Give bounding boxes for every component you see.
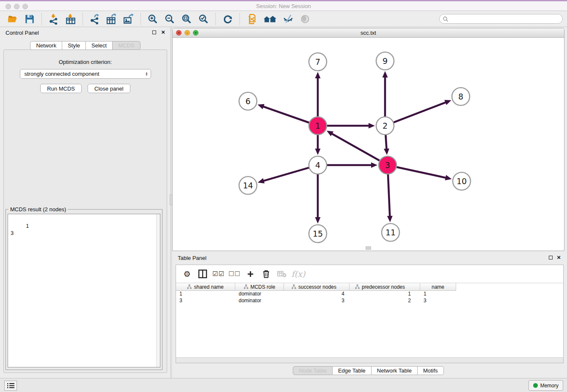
control-panel-header: Control Panel ×	[0, 27, 171, 39]
graph-node-label: 10	[457, 177, 467, 186]
tab-select[interactable]: Select	[86, 41, 113, 50]
float-panel-icon[interactable]	[549, 256, 553, 259]
control-panel-title: Control Panel	[6, 30, 39, 36]
table-row[interactable]: 3dominator323	[176, 298, 563, 304]
canvas-resize-grip[interactable]	[366, 246, 371, 250]
zoom-out-icon[interactable]	[163, 13, 176, 25]
control-panel: Control Panel × NetworkStyleSelectMCDS O…	[0, 27, 171, 378]
network-view-window: ✕ − + scc.txt 7968124314101511	[172, 28, 564, 251]
column-type-icon	[355, 284, 360, 289]
tab-motifs[interactable]: Motifs	[418, 366, 444, 375]
network-window-titlebar[interactable]: ✕ − + scc.txt	[173, 28, 564, 38]
memory-button[interactable]: Memory	[528, 380, 563, 391]
graph-edge-3-10[interactable]	[396, 167, 446, 178]
import-table-icon[interactable]	[64, 13, 77, 25]
column-header-successor-nodes[interactable]: successor nodes	[284, 283, 350, 291]
column-header-MCDS-role[interactable]: MCDS role	[235, 283, 284, 291]
graph-edge-4-14[interactable]	[263, 168, 309, 181]
edge-arrowhead	[387, 216, 393, 222]
optimization-criterion-select[interactable]: strongly connected component ▲▼	[20, 69, 151, 79]
network-graph[interactable]: 7968124314101511	[173, 38, 564, 251]
run-mcds-button[interactable]: Run MCDS	[40, 84, 82, 93]
graph-node-label: 6	[245, 97, 250, 106]
edge-arrowhead	[258, 104, 264, 109]
delete-column-icon[interactable]	[260, 268, 272, 280]
hide-graphics-details-icon[interactable]	[282, 13, 295, 25]
node-table: ⚙ ☑☑ ☐☐ + f(x) shared nameMCDS rolesucce…	[176, 265, 564, 363]
graph-edge-1-6[interactable]	[263, 106, 309, 123]
table-cell: 3	[420, 298, 456, 304]
graph-node-label: 9	[383, 56, 388, 66]
zoom-in-icon[interactable]	[146, 13, 159, 25]
export-image-icon[interactable]	[122, 13, 135, 25]
graph-node-label: 4	[315, 160, 320, 170]
refresh-icon[interactable]	[221, 13, 234, 25]
add-column-icon[interactable]: +	[245, 268, 256, 280]
application-window: Session: New Session	[0, 0, 567, 392]
edge-arrowhead	[384, 149, 389, 155]
column-header-name[interactable]: name	[420, 283, 456, 291]
table-cell: 2	[350, 298, 420, 304]
graph-edge-2-8[interactable]	[394, 102, 446, 122]
result-scrollbar[interactable]	[156, 214, 160, 367]
search-icon	[443, 16, 449, 22]
tab-style[interactable]: Style	[62, 41, 86, 50]
edge-arrowhead	[369, 123, 375, 129]
close-panel-icon[interactable]: ×	[557, 254, 561, 261]
tab-edge-table[interactable]: Edge Table	[333, 366, 372, 375]
table-panel: Table Panel × ⚙ ☑☑ ☐☐ + f(x) s	[172, 252, 564, 377]
network-canvas[interactable]: 7968124314101511	[173, 38, 564, 251]
show-view-icon[interactable]	[299, 13, 311, 25]
memory-label: Memory	[540, 383, 559, 389]
clone-network-view-icon[interactable]	[245, 13, 258, 25]
zoom-selected-icon[interactable]	[197, 13, 210, 25]
tab-mcds[interactable]: MCDS	[113, 41, 140, 50]
open-session-icon[interactable]	[6, 13, 19, 25]
tab-network[interactable]: Network	[30, 41, 62, 50]
edge-arrowhead	[315, 149, 321, 155]
table-tabs: Node TableEdge TableNetwork TableMotifs	[172, 366, 564, 375]
export-network-icon[interactable]	[88, 13, 101, 25]
save-session-icon[interactable]	[23, 13, 36, 25]
deselect-all-rows-icon[interactable]: ☐☐	[228, 268, 241, 280]
function-builder-icon: f(x)	[292, 268, 306, 280]
main-toolbar	[0, 11, 567, 27]
float-panel-icon[interactable]	[152, 30, 156, 34]
graph-edge-3-11[interactable]	[388, 174, 390, 217]
search-box	[439, 14, 563, 24]
table-settings-icon[interactable]: ⚙	[181, 268, 193, 280]
mcds-result-list[interactable]: 1 3	[8, 214, 160, 367]
search-input[interactable]	[449, 15, 562, 23]
column-type-icon	[244, 284, 248, 289]
close-panel-button[interactable]: Close panel	[88, 84, 130, 93]
toolbar-separator	[239, 13, 240, 25]
edge-arrowhead	[315, 217, 321, 224]
import-network-icon[interactable]	[47, 13, 60, 25]
graph-node-label: 3	[385, 160, 390, 170]
table-cell: 3	[284, 298, 350, 304]
column-header-predecessor-nodes[interactable]: predecessor nodes	[350, 283, 420, 291]
task-history-button[interactable]	[4, 381, 17, 391]
graph-node-label: 2	[383, 121, 388, 130]
show-columns-icon[interactable]	[197, 268, 209, 280]
graph-node-label: 1	[315, 121, 320, 130]
control-panel-tabs: NetworkStyleSelectMCDS	[0, 41, 171, 50]
table-cell: 4	[284, 291, 350, 298]
zoom-fit-icon[interactable]	[180, 13, 193, 25]
graph-edge-3-1[interactable]	[331, 133, 380, 161]
column-header-shared-name[interactable]: shared name	[176, 283, 235, 291]
edge-arrowhead	[371, 163, 377, 168]
export-table-icon[interactable]	[105, 13, 118, 25]
home-layout-icon[interactable]	[262, 13, 278, 25]
table-row[interactable]: 1dominator411	[176, 291, 563, 298]
graph-edge-2-3[interactable]	[385, 135, 386, 149]
tab-node-table[interactable]: Node Table	[293, 366, 333, 375]
graph-node-label: 14	[243, 181, 253, 190]
table-cell: 1	[420, 291, 456, 298]
table-toolbar: ⚙ ☑☑ ☐☐ + f(x)	[176, 265, 563, 283]
table-cell: 1	[176, 291, 235, 298]
toolbar-separator	[41, 13, 42, 25]
select-all-rows-icon[interactable]: ☑☑	[212, 268, 225, 280]
close-panel-icon[interactable]: ×	[161, 29, 165, 36]
tab-network-table[interactable]: Network Table	[372, 366, 418, 375]
